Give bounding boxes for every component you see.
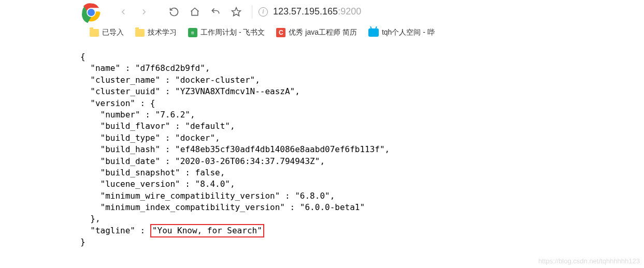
bookmark-label: 已导入 [102,28,124,37]
home-button[interactable] [185,3,204,21]
undo-button[interactable] [206,3,225,21]
json-line: "lucene_version" : "8.4.0", [80,179,235,189]
json-line: "number" : "7.6.2", [80,110,195,120]
json-line: } [80,237,85,247]
reload-button[interactable] [165,3,183,21]
json-line: "build_hash" : "ef48eb35cf30adf4db14086e… [80,144,390,154]
bookmark-imported[interactable]: 已导入 [85,26,128,39]
json-line: "name" : "d7f68cd2b9fd", [80,63,210,73]
bookmark-label: 优秀 java工程师 简历 [289,28,356,37]
json-line: "minimum_index_compatibility_version" : … [80,202,365,212]
bilibili-icon [368,28,379,37]
json-line: "build_snapshot" : false, [80,168,225,177]
url-display[interactable]: 123.57.195.165:9200 [273,6,361,17]
json-line: }, [80,214,101,224]
bookmark-java-resume[interactable]: C 优秀 java工程师 简历 [272,26,361,39]
bookmark-label: tqh个人空间 - 哔 [382,28,435,37]
json-line: "cluster_uuid" : "YZ3VNA8XTdmcv1N--easzA… [80,86,300,96]
json-line: "version" : { [80,98,155,108]
bookmark-label: 工作周计划 - 飞书文 [201,28,265,37]
csdn-icon: C [276,28,285,37]
back-button[interactable] [114,3,133,21]
folder-icon [135,29,145,37]
json-line: "build_date" : "2020-03-26T06:34:37.7949… [80,156,325,166]
json-line: "build_flavor" : "default", [80,121,235,131]
bookmark-work-plan[interactable]: ≡ 工作周计划 - 飞书文 [184,26,269,39]
json-tagline-key: "tagline" : [80,226,150,235]
separator [252,5,252,19]
json-line: "minimum_wire_compatibility_version" : "… [80,191,335,201]
feishu-icon: ≡ [188,28,197,37]
json-tagline-value: "You Know, for Search" [152,226,262,235]
info-icon[interactable]: i [259,7,268,17]
bookmark-bilibili[interactable]: tqh个人空间 - 哔 [364,26,439,39]
svg-marker-3 [232,7,241,16]
json-line: { [80,52,85,62]
json-line: "build_type" : "docker", [80,133,220,143]
url-ip: 123.57.195.165 [273,6,338,17]
tagline-highlight: "You Know, for Search" [150,224,264,237]
url-port: :9200 [338,6,361,17]
json-line: "cluster_name" : "docker-cluster", [80,75,260,85]
bookmarks-bar: 已导入 技术学习 ≡ 工作周计划 - 飞书文 C 优秀 java工程师 简历 t… [0,23,644,42]
bookmark-tech-study[interactable]: 技术学习 [131,26,181,39]
chrome-logo-icon [78,0,105,25]
folder-icon [90,29,99,37]
bookmark-label: 技术学习 [148,28,177,37]
watermark: https://blog.csdn.net/tqhhhhhh123 [538,257,640,265]
star-button[interactable] [227,3,246,21]
forward-button[interactable] [135,3,153,21]
browser-toolbar: i 123.57.195.165:9200 [0,0,644,23]
json-response-body: { "name" : "d7f68cd2b9fd", "cluster_name… [0,42,644,248]
